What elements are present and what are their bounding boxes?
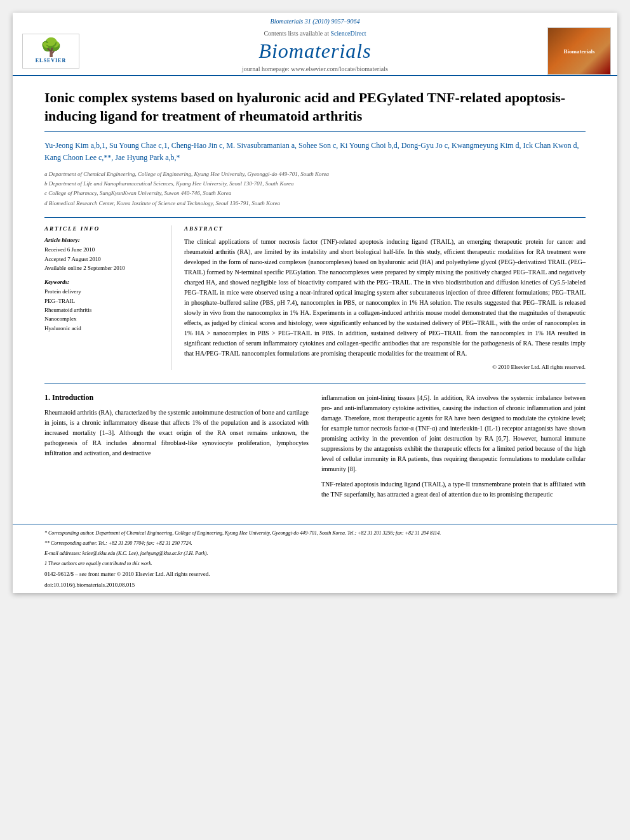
journal-name-display: Biomaterials (83, 39, 547, 63)
elsevier-logo: 🌳 ELSEVIER (19, 34, 83, 69)
keywords-label: Keywords: (44, 279, 163, 285)
abstract-text: The clinical applications of tumor necro… (184, 237, 586, 359)
main-content: Ionic complex systems based on hyaluroni… (13, 76, 617, 517)
citation-bar: Biomaterials 31 (2010) 9057–9064 (13, 18, 617, 25)
keyword-3: Rheumatoid arthritis (44, 305, 163, 314)
issn-line: 0142-9612/$ – see front matter © 2010 El… (44, 570, 586, 579)
biomaterials-logo: Biomaterials (547, 27, 611, 75)
accepted-date: Accepted 7 August 2010 (44, 255, 163, 263)
affiliation-d: d Biomedical Research Center, Korea Inst… (44, 199, 586, 208)
introduction-right: inflammation on joint-lining tissues [4,… (321, 393, 586, 505)
keyword-5: Hyaluronic acid (44, 324, 163, 333)
page-footer: * Corresponding author. Department of Ch… (13, 524, 617, 593)
elsevier-brand-text: ELSEVIER (36, 58, 66, 63)
elsevier-logo-img: 🌳 ELSEVIER (22, 34, 79, 69)
keywords-section: Keywords: Protein delivery PEG–TRAIL Rhe… (44, 279, 163, 333)
doi-line: doi:10.1016/j.biomaterials.2010.08.015 (44, 582, 586, 588)
contents-available-text: Contents lists available at (264, 30, 328, 37)
received-date: Received 6 June 2010 (44, 245, 163, 254)
keyword-4: Nanocomplex (44, 314, 163, 323)
available-online: Available online 2 September 2010 (44, 263, 163, 272)
journal-homepage: journal homepage: www.elsevier.com/locat… (83, 65, 547, 72)
affiliations: a Department of Chemical Engineering, Co… (44, 170, 586, 208)
homepage-text: journal homepage: www.elsevier.com/locat… (242, 65, 388, 72)
intro-heading: 1. Introduction (44, 393, 309, 403)
intro-left-para-1: Rheumatoid arthritis (RA), characterized… (44, 408, 309, 458)
history-label: Article history: (44, 237, 163, 243)
introduction-section: 1. Introduction Rheumatoid arthritis (RA… (44, 393, 586, 505)
citation-text: Biomaterials 31 (2010) 9057–9064 (271, 18, 360, 25)
equal-contribution-note: 1 These authors are equally contributed … (44, 560, 586, 568)
abstract-column: ABSTRACT The clinical applications of tu… (184, 225, 586, 370)
tree-icon: 🌳 (40, 39, 62, 57)
affiliation-b: b Department of Life and Nanopharmaceuti… (44, 179, 586, 188)
journal-middle: 🌳 ELSEVIER Contents lists available at S… (13, 27, 617, 75)
intro-title: Introduction (52, 393, 93, 402)
intro-right-para-1: inflammation on joint-lining tissues [4,… (321, 393, 586, 474)
keywords-list: Protein delivery PEG–TRAIL Rheumatoid ar… (44, 287, 163, 333)
sciencedirect-line: Contents lists available at ScienceDirec… (83, 30, 547, 37)
article-info-label: ARTICLE INFO (44, 225, 163, 232)
affiliation-a: a Department of Chemical Engineering, Co… (44, 170, 586, 178)
journal-header: Biomaterials 31 (2010) 9057–9064 🌳 ELSEV… (13, 13, 617, 76)
journal-center: Contents lists available at ScienceDirec… (83, 27, 547, 75)
intro-right-para-2: TNF-related apoptosis inducing ligand (T… (321, 479, 586, 500)
email-note: E-mail addresses: kclee@skku.edu (K.C. L… (44, 550, 586, 557)
affiliation-c: c College of Pharmacy, SungKyunKwan Univ… (44, 189, 586, 197)
article-info-abstract: ARTICLE INFO Article history: Received 6… (44, 217, 586, 370)
authors-line: Yu-Jeong Kim a,b,1, Su Young Chae c,1, C… (44, 140, 586, 164)
article-info-column: ARTICLE INFO Article history: Received 6… (44, 225, 171, 370)
copyright-notice: © 2010 Elsevier Ltd. All rights reserved… (184, 364, 586, 370)
introduction-left: 1. Introduction Rheumatoid arthritis (RA… (44, 393, 309, 505)
intro-number: 1. (44, 393, 50, 402)
page: Biomaterials 31 (2010) 9057–9064 🌳 ELSEV… (13, 13, 617, 593)
authors-text: Yu-Jeong Kim a,b,1, Su Young Chae c,1, C… (44, 141, 579, 162)
article-history: Article history: Received 6 June 2010 Ac… (44, 237, 163, 272)
section-divider (44, 383, 586, 383)
biomaterials-logo-text: Biomaterials (564, 48, 595, 55)
keyword-1: Protein delivery (44, 287, 163, 296)
keyword-2: PEG–TRAIL (44, 297, 163, 305)
corresponding-note-1: * Corresponding author. Department of Ch… (44, 530, 586, 537)
article-title: Ionic complex systems based on hyaluroni… (44, 89, 586, 132)
sciencedirect-link[interactable]: ScienceDirect (330, 30, 366, 37)
corresponding-note-2: ** Corresponding author. Tel.: +82 31 29… (44, 540, 586, 547)
abstract-label: ABSTRACT (184, 225, 586, 232)
